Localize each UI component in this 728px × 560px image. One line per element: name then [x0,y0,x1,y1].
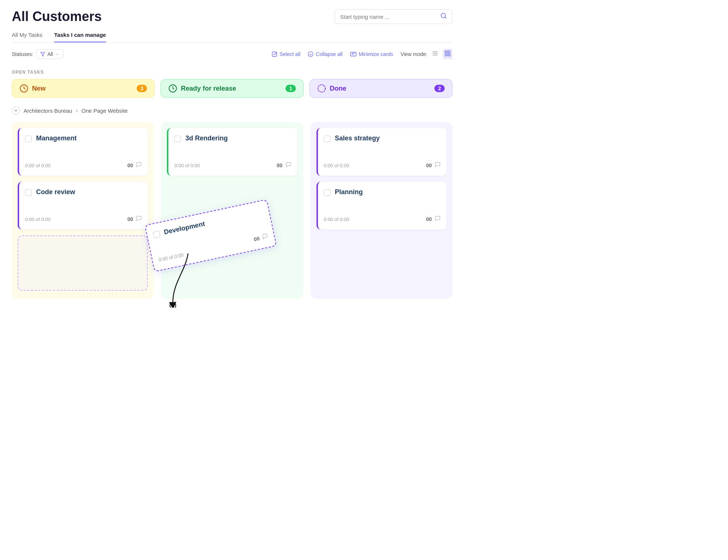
breadcrumb-separator: › [76,107,78,114]
comment-icon[interactable] [136,162,142,169]
breadcrumb: Architectors Bureau › One Page Website [12,106,452,115]
search-box[interactable] [335,9,452,24]
card-sales-strategy-meta: 00 [426,162,441,169]
card-management-time: 0:00 of 0:00 [25,162,50,168]
status-new-count: 3 [137,85,147,92]
card-code-review-footer: 0:00 of 0:00 00 [25,216,142,223]
card-planning-checkbox[interactable] [324,189,330,196]
card-code-review[interactable]: Code review 0:00 of 0:00 00 [18,182,148,230]
open-tasks-label: OPEN TASKS [12,70,452,75]
cards-grid: Management 0:00 of 0:00 00 [12,122,452,299]
card-planning-time: 0:00 of 0:00 [324,216,349,222]
card-code-review-time: 0:00 of 0:00 [25,216,50,222]
card-sales-strategy-count: 00 [426,162,432,168]
column-done: Sales strategy 0:00 of 0:00 00 [311,122,452,299]
statuses-label: Statuses: [12,51,33,57]
tabs-bar: All My Tasks Tasks I can manage [12,32,452,43]
status-done-label: Done [330,85,346,92]
filter-button[interactable]: All [36,49,63,59]
comment-icon [262,233,269,241]
breadcrumb-org[interactable]: Architectors Bureau [24,108,72,114]
status-ready[interactable]: Ready for release 1 [161,79,304,98]
svg-rect-14 [448,54,450,56]
card-3d-rendering[interactable]: 3d Rendering 0:00 of 0:00 00 [167,128,297,176]
card-sales-strategy-title: Sales strategy [335,134,380,142]
card-sales-strategy-footer: 0:00 of 0:00 00 [324,162,441,169]
card-sales-strategy-header: Sales strategy [324,134,441,142]
card-3d-rendering-count: 00 [277,162,283,168]
toolbar-actions: Select all Collapse all Minimize cards V… [272,49,452,59]
card-management[interactable]: Management 0:00 of 0:00 00 [18,128,148,176]
card-management-footer: 0:00 of 0:00 00 [25,162,142,169]
card-3d-rendering-header: 3d Rendering [174,134,291,142]
minimize-cards-button[interactable]: Minimize cards [350,51,393,57]
card-code-review-meta: 00 [127,216,142,223]
comment-icon[interactable] [136,216,142,223]
status-done[interactable]: Done 2 [309,79,452,98]
card-development-meta: 00 [253,233,269,243]
view-mode: View mode: [400,49,452,59]
breadcrumb-collapse-icon[interactable] [12,106,20,115]
card-management-meta: 00 [127,162,142,169]
card-3d-rendering-checkbox[interactable] [174,136,181,142]
card-management-checkbox[interactable] [25,136,32,142]
filter-label: All [47,51,53,57]
card-code-review-title: Code review [36,188,75,196]
breadcrumb-project[interactable]: One Page Website [81,108,128,114]
card-management-title: Management [36,134,77,142]
status-ready-count: 1 [286,85,296,92]
svg-rect-3 [272,52,277,56]
card-planning[interactable]: Planning 0:00 of 0:00 00 [316,182,447,230]
svg-rect-12 [448,51,450,53]
card-sales-strategy-time: 0:00 of 0:00 [324,162,349,168]
grid-view-icon[interactable] [443,49,452,59]
status-ready-label: Ready for release [181,85,236,92]
card-3d-rendering-time: 0:00 of 0:00 [174,162,200,168]
status-new[interactable]: New 3 [12,79,155,98]
svg-point-17 [318,85,325,92]
tab-tasks-i-can-manage[interactable]: Tasks I can manage [54,32,106,42]
toolbar: Statuses: All Select all Collapse all [12,43,452,64]
card-code-review-checkbox[interactable] [25,189,32,196]
card-sales-strategy-checkbox[interactable] [324,136,330,142]
card-3d-rendering-meta: 00 [277,162,291,169]
card-development-count: 00 [253,235,260,242]
card-planning-title: Planning [335,188,363,196]
card-planning-count: 00 [426,216,432,222]
card-management-header: Management [25,134,142,142]
status-done-count: 2 [434,85,445,92]
statuses-filter: Statuses: All [12,49,63,59]
svg-rect-13 [445,54,447,56]
card-3d-rendering-footer: 0:00 of 0:00 00 [174,162,291,169]
card-planning-header: Planning [324,188,441,196]
comment-icon[interactable] [435,162,441,169]
list-view-icon[interactable] [430,49,440,59]
page-header: All Customers [12,9,452,24]
search-input[interactable] [340,14,437,20]
tab-all-my-tasks[interactable]: All My Tasks [12,32,42,42]
svg-point-18 [169,302,176,308]
card-3d-rendering-title: 3d Rendering [185,134,228,142]
card-development-checkbox[interactable] [153,231,160,238]
card-development-time: 0:00 of 0:00 [158,252,184,263]
status-row: New 3 Ready for release 1 Done 2 [12,79,452,98]
card-development-title: Development [163,220,206,236]
search-icon [440,13,447,21]
card-planning-footer: 0:00 of 0:00 00 [324,216,441,223]
card-code-review-count: 00 [127,216,133,222]
svg-point-4 [308,52,313,56]
card-planning-meta: 00 [426,216,441,223]
collapse-all-button[interactable]: Collapse all [308,51,342,57]
comment-icon[interactable] [435,216,441,223]
svg-marker-2 [41,52,45,56]
card-sales-strategy[interactable]: Sales strategy 0:00 of 0:00 00 [316,128,447,176]
drop-zone-new [18,235,148,291]
comment-icon[interactable] [286,162,291,169]
page-title: All Customers [12,9,102,24]
card-management-count: 00 [127,162,133,168]
card-code-review-header: Code review [25,188,142,196]
select-all-button[interactable]: Select all [272,51,301,57]
column-new: Management 0:00 of 0:00 00 [12,122,154,299]
svg-line-1 [445,17,446,18]
svg-rect-11 [445,51,447,53]
